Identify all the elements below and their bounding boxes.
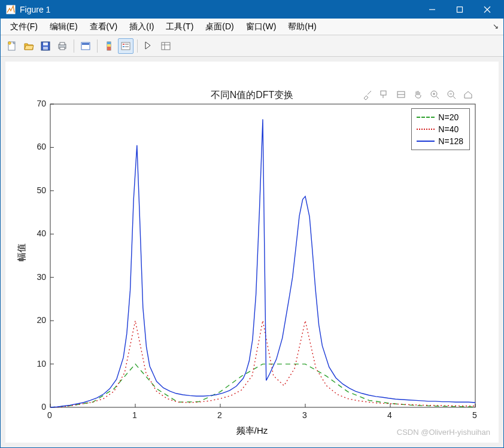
y-tick-label: 20 [37, 315, 46, 325]
svg-rect-17 [107, 42, 111, 44]
x-tick-label: 1 [132, 410, 137, 420]
menu-file[interactable]: 文件(F) [4, 20, 44, 33]
x-tick-label: 5 [472, 410, 477, 420]
menu-edit[interactable]: 编辑(E) [44, 20, 84, 33]
window-title: Figure 1 [20, 5, 50, 14]
x-tick-label: 3 [302, 410, 307, 420]
x-tick-label: 4 [387, 410, 392, 420]
insert-colorbar-button[interactable] [101, 38, 117, 54]
menu-desktop[interactable]: 桌面(D) [199, 20, 239, 33]
menubar: 文件(F) 编辑(E) 查看(V) 插入(I) 工具(T) 桌面(D) 窗口(W… [1, 19, 503, 35]
new-figure-button[interactable] [4, 38, 20, 54]
svg-line-38 [453, 96, 456, 99]
home-icon[interactable] [462, 88, 475, 101]
svg-rect-19 [107, 47, 111, 50]
legend[interactable]: N=20 N=40 N=128 [411, 108, 470, 150]
rotate-icon[interactable] [394, 88, 408, 101]
svg-line-28 [368, 91, 371, 95]
figure-window: Figure 1 文件(F) 编辑(E) 查看(V) 插入(I) 工具(T) 桌… [0, 0, 504, 448]
legend-label: N=128 [438, 136, 463, 146]
svg-point-7 [8, 41, 11, 44]
zoom-out-icon[interactable] [445, 88, 458, 101]
menu-view[interactable]: 查看(V) [84, 20, 124, 33]
y-tick-label: 70 [37, 99, 46, 108]
open-button[interactable] [21, 38, 37, 54]
brush-icon[interactable] [361, 88, 374, 101]
series-N=20[interactable] [50, 364, 475, 407]
legend-entry-n128[interactable]: N=128 [417, 135, 463, 147]
svg-rect-21 [123, 44, 125, 45]
maximize-button[interactable] [446, 1, 473, 19]
property-inspector-button[interactable] [158, 38, 174, 54]
svg-rect-10 [43, 47, 48, 50]
svg-line-34 [436, 96, 439, 99]
legend-entry-n20[interactable]: N=20 [417, 111, 463, 123]
edit-plot-button[interactable] [141, 38, 157, 54]
save-button[interactable] [38, 38, 53, 54]
legend-entry-n40[interactable]: N=40 [417, 123, 463, 135]
y-tick-label: 40 [37, 228, 46, 238]
svg-rect-13 [60, 47, 65, 50]
svg-rect-18 [107, 44, 111, 47]
toolbar [1, 35, 503, 57]
menu-window[interactable]: 窗口(W) [240, 20, 283, 33]
figure-panel: 不同N值的DFT变换 N=20 N=40 [5, 62, 499, 443]
svg-rect-15 [82, 43, 89, 45]
link-plot-button[interactable] [78, 38, 93, 54]
svg-rect-22 [123, 46, 125, 47]
y-tick-label: 60 [37, 142, 46, 151]
x-tick-label: 2 [217, 410, 222, 420]
x-tick-label: 0 [47, 410, 52, 420]
menu-help[interactable]: 帮助(H) [282, 20, 322, 33]
matlab-icon [5, 4, 16, 15]
y-tick-label: 10 [37, 359, 46, 368]
zoom-in-icon[interactable] [428, 88, 441, 101]
y-tick-label: 0 [41, 402, 46, 412]
y-axis-label: 幅值 [16, 243, 28, 261]
titlebar: Figure 1 [1, 1, 503, 19]
svg-rect-2 [457, 7, 463, 13]
legend-label: N=20 [438, 112, 459, 122]
svg-rect-9 [43, 42, 48, 45]
close-button[interactable] [473, 1, 501, 19]
y-tick-label: 30 [37, 272, 46, 282]
print-button[interactable] [54, 38, 70, 54]
watermark: CSDN @OliverH-yishuihan [397, 428, 490, 437]
menu-overflow-icon[interactable]: ↘ [493, 22, 499, 31]
insert-legend-button[interactable] [118, 38, 133, 54]
datatip-icon[interactable] [378, 88, 391, 101]
axes-toolbar [361, 88, 475, 101]
svg-rect-12 [60, 42, 65, 45]
svg-rect-25 [162, 42, 170, 50]
y-tick-label: 50 [37, 185, 46, 195]
menu-insert[interactable]: 插入(I) [123, 20, 160, 33]
svg-rect-29 [381, 91, 386, 95]
pan-icon[interactable] [411, 88, 424, 101]
minimize-button[interactable] [418, 1, 446, 19]
legend-label: N=40 [438, 124, 459, 134]
figure-area: 不同N值的DFT变换 N=20 N=40 [1, 57, 503, 447]
menu-tools[interactable]: 工具(T) [160, 20, 199, 33]
